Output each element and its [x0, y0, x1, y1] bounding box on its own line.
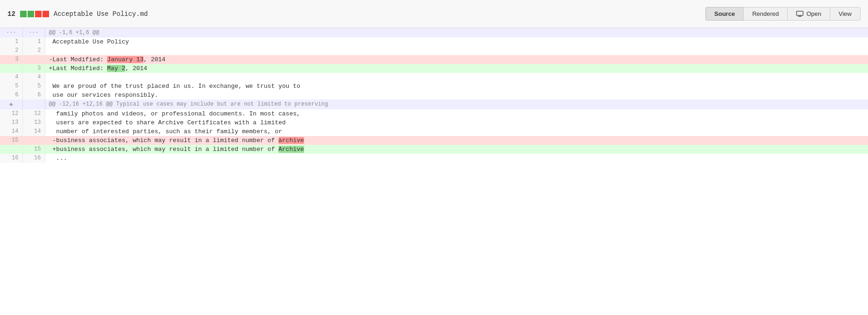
diff-line-add-2: 15 +business associates, which may resul…	[0, 145, 868, 154]
highlight-del-2: archive	[278, 137, 304, 144]
stat-block-2	[28, 11, 34, 17]
line-num-new: 5	[22, 82, 45, 91]
line-num-new: 15	[22, 145, 45, 154]
hunk-expand-icon: ···	[0, 28, 22, 37]
monitor-icon	[796, 11, 804, 17]
diff-stats	[20, 11, 49, 17]
open-button[interactable]: Open	[787, 7, 830, 21]
line-num-old: 13	[0, 118, 22, 127]
hunk-expand-icon-3: ✤	[0, 100, 22, 109]
line-content: use our services responsibly.	[45, 91, 868, 100]
diff-line-partial: 16 16 ...	[0, 154, 868, 163]
diff-line: 4 4	[0, 73, 868, 82]
line-content-partial: ...	[45, 154, 868, 163]
line-content-add: +Last Modified: May 2, 2014	[45, 64, 868, 73]
hunk-header-1: ··· ··· @@ -1,6 +1,6 @@	[0, 28, 868, 37]
commit-number: 12	[7, 10, 15, 18]
line-content: Acceptable Use Policy	[45, 37, 868, 46]
line-num-new: 14	[22, 127, 45, 136]
diff-line: 14 14 number of interested parties, such…	[0, 127, 868, 136]
diff-content: ··· ··· @@ -1,6 +1,6 @@ 1 1 Acceptable U…	[0, 28, 868, 163]
hunk-header-2: ✤ @@ -12,16 +12,16 @@ Typical use cases …	[0, 100, 868, 109]
line-num-new: 13	[22, 118, 45, 127]
line-num-new: 4	[22, 73, 45, 82]
rendered-button[interactable]: Rendered	[743, 7, 788, 21]
line-content: number of interested parties, such as th…	[45, 127, 868, 136]
diff-line-del: 3 -Last Modified: January 13, 2014	[0, 55, 868, 64]
line-num-old: 6	[0, 91, 22, 100]
line-content-del-2: -business associates, which may result i…	[45, 136, 868, 145]
header-right: Source Rendered Open View	[706, 7, 861, 21]
line-num-new-empty	[22, 55, 45, 64]
line-content	[45, 73, 868, 82]
line-num-new: 1	[22, 37, 45, 46]
line-num-old: 16	[0, 154, 22, 163]
line-num-old: 5	[0, 82, 22, 91]
line-content-add-2: +business associates, which may result i…	[45, 145, 868, 154]
view-button[interactable]: View	[830, 7, 861, 21]
stat-block-1	[20, 11, 27, 17]
hunk-num-empty	[22, 100, 45, 109]
hunk-expand-icon-2: ···	[22, 28, 45, 37]
line-num-old: 12	[0, 109, 22, 118]
line-content: users are expected to share Archive Cert…	[45, 118, 868, 127]
header-left: 12 Acceptable Use Policy.md	[7, 10, 148, 18]
line-num-old: 1	[0, 37, 22, 46]
line-content	[45, 46, 868, 55]
diff-line: 2 2	[0, 46, 868, 55]
diff-line: 12 12 family photos and videos, or profe…	[0, 109, 868, 118]
line-num-new: 2	[22, 46, 45, 55]
line-content: We are proud of the trust placed in us. …	[45, 82, 868, 91]
line-num-old-empty	[0, 64, 22, 73]
highlight-add-2: Archive	[278, 146, 304, 153]
line-num-new: 12	[22, 109, 45, 118]
line-num-old: 3	[0, 55, 22, 64]
line-content: family photos and videos, or professiona…	[45, 109, 868, 118]
line-num-new-empty	[22, 136, 45, 145]
highlight-del: January 13	[107, 56, 143, 63]
line-num-old: 14	[0, 127, 22, 136]
line-num-new: 16	[22, 154, 45, 163]
diff-line: 6 6 use our services responsibly.	[0, 91, 868, 100]
source-button[interactable]: Source	[705, 7, 744, 21]
line-content-del: -Last Modified: January 13, 2014	[45, 55, 868, 64]
highlight-add: May 2	[107, 65, 125, 72]
svg-rect-0	[797, 11, 803, 15]
line-num-new: 6	[22, 91, 45, 100]
line-num-old: 2	[0, 46, 22, 55]
diff-line: 1 1 Acceptable Use Policy	[0, 37, 868, 46]
line-num-old: 4	[0, 73, 22, 82]
diff-line: 13 13 users are expected to share Archiv…	[0, 118, 868, 127]
line-num-new: 3	[22, 64, 45, 73]
line-num-old: 15	[0, 136, 22, 145]
diff-hunk-2: ✤ @@ -12,16 +12,16 @@ Typical use cases …	[0, 100, 868, 163]
hunk-header-text-1: @@ -1,6 +1,6 @@	[45, 28, 868, 37]
diff-line-del-2: 15 -business associates, which may resul…	[0, 136, 868, 145]
line-num-old-empty-2	[0, 145, 22, 154]
diff-table: ··· ··· @@ -1,6 +1,6 @@ 1 1 Acceptable U…	[0, 28, 868, 163]
diff-line-add: 3 +Last Modified: May 2, 2014	[0, 64, 868, 73]
open-label: Open	[806, 10, 821, 17]
diff-line: 5 5 We are proud of the trust placed in …	[0, 82, 868, 91]
diff-hunk-1: ··· ··· @@ -1,6 +1,6 @@ 1 1 Acceptable U…	[0, 28, 868, 100]
stat-block-4	[43, 11, 49, 17]
diff-header: 12 Acceptable Use Policy.md Source Rende…	[0, 0, 868, 28]
hunk-header-text-2: @@ -12,16 +12,16 @@ Typical use cases ma…	[45, 100, 868, 109]
filename: Acceptable Use Policy.md	[54, 10, 148, 18]
stat-block-3	[35, 11, 42, 17]
